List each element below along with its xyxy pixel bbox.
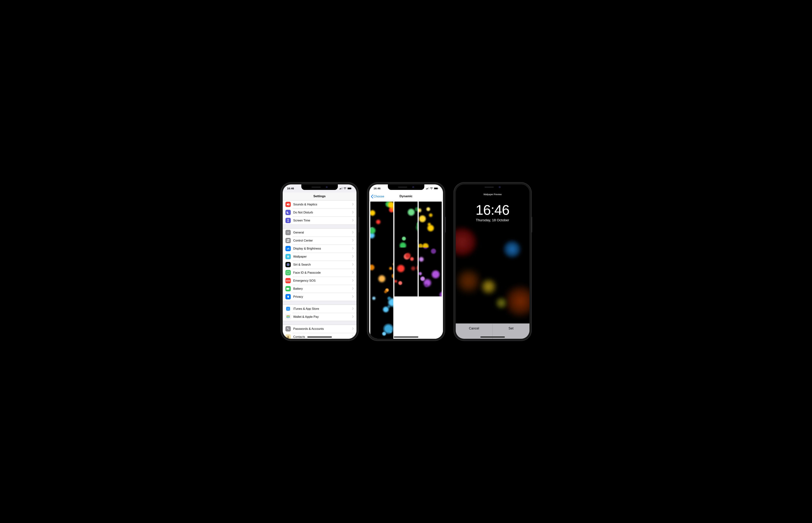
status-time: 16:46 xyxy=(374,187,381,190)
siri-icon xyxy=(285,262,291,267)
settings-list[interactable]: Sounds & HapticsDo Not DisturbScreen Tim… xyxy=(283,200,356,339)
chevron-right-icon xyxy=(352,271,354,274)
row-label: Control Center xyxy=(293,239,352,242)
svg-point-3 xyxy=(288,232,288,233)
moon-icon xyxy=(285,210,291,215)
face-icon xyxy=(285,270,291,275)
chevron-right-icon xyxy=(352,211,354,214)
chevron-right-icon xyxy=(352,231,354,234)
home-indicator[interactable] xyxy=(480,337,505,338)
row-label: Emergency SOS xyxy=(293,279,352,283)
settings-row[interactable]: Battery xyxy=(283,285,356,293)
settings-row[interactable]: iTunes & App Store xyxy=(283,305,356,313)
settings-row[interactable]: Wallpaper xyxy=(283,253,356,261)
status-right xyxy=(339,187,352,190)
phone-preview: Wallpaper Preview 16:46 Thursday, 18 Oct… xyxy=(454,182,532,341)
hand-icon xyxy=(285,294,291,299)
settings-row[interactable]: Privacy xyxy=(283,293,356,301)
cellular-icon xyxy=(426,187,429,190)
battery-icon xyxy=(285,286,291,291)
chevron-right-icon xyxy=(352,247,354,250)
settings-row[interactable]: Passwords & Accounts xyxy=(283,325,356,333)
row-label: Screen Time xyxy=(293,219,352,222)
svg-rect-18 xyxy=(286,307,290,311)
sounds-icon xyxy=(285,202,291,207)
row-label: Siri & Search xyxy=(293,263,352,266)
preview-title: Wallpaper Preview xyxy=(456,193,529,196)
svg-rect-16 xyxy=(286,288,289,290)
hourglass-icon xyxy=(285,218,291,223)
svg-point-12 xyxy=(286,263,289,266)
svg-point-14 xyxy=(287,272,288,272)
nav-title: Settings xyxy=(313,195,325,198)
settings-row[interactable]: AADisplay & Brightness xyxy=(283,245,356,253)
chevron-right-icon xyxy=(352,327,354,330)
chevron-right-icon xyxy=(352,279,354,283)
aa-icon: AA xyxy=(285,246,291,251)
wallpaper-option-purple[interactable] xyxy=(419,248,442,296)
row-label: Face ID & Passcode xyxy=(293,271,352,274)
settings-row[interactable]: Wallet & Apple Pay xyxy=(283,313,356,321)
settings-row[interactable]: Control Center xyxy=(283,237,356,245)
svg-rect-19 xyxy=(287,315,289,316)
svg-rect-26 xyxy=(434,188,438,189)
status-right xyxy=(426,187,439,190)
svg-point-15 xyxy=(288,272,289,272)
chevron-right-icon xyxy=(352,335,354,339)
chevron-right-icon xyxy=(352,219,354,222)
row-label: Do Not Disturb xyxy=(293,211,352,214)
lock-screen-clock: 16:46 Thursday, 18 October xyxy=(456,202,529,222)
settings-row[interactable]: SOSEmergency SOS xyxy=(283,277,356,285)
home-indicator[interactable] xyxy=(307,337,332,338)
wallpaper-option-multicolor[interactable] xyxy=(370,202,393,250)
wifi-icon xyxy=(430,187,433,190)
notch xyxy=(474,184,511,190)
appstore-icon xyxy=(285,306,291,311)
row-label: Privacy xyxy=(293,295,352,299)
row-label: iTunes & App Store xyxy=(293,307,352,310)
settings-row[interactable]: Sounds & Haptics xyxy=(283,200,356,209)
wallpaper-option-orange[interactable] xyxy=(370,248,393,296)
flower-icon xyxy=(285,254,291,259)
back-button[interactable]: Choose xyxy=(371,193,384,200)
chevron-right-icon xyxy=(352,263,354,266)
wallpaper-option-blue[interactable] xyxy=(370,294,393,339)
sos-icon: SOS xyxy=(285,278,291,283)
nav-bar: Choose Dynamic xyxy=(369,193,443,200)
wifi-icon xyxy=(343,187,347,190)
svg-rect-13 xyxy=(287,271,289,274)
svg-rect-2 xyxy=(352,188,352,189)
row-label: Sounds & Haptics xyxy=(293,203,352,206)
svg-point-24 xyxy=(287,336,288,337)
screen: 16:46 Settings Sounds & HapticsDo Not Di… xyxy=(283,184,356,339)
svg-rect-21 xyxy=(287,317,289,318)
chevron-right-icon xyxy=(352,287,354,290)
screen: 16:46 Choose Dynamic xyxy=(369,184,443,339)
settings-row[interactable]: Screen Time xyxy=(283,217,356,224)
wallpaper-option-yellow[interactable] xyxy=(419,202,442,250)
lock-date: Thursday, 18 October xyxy=(456,218,529,222)
cellular-icon xyxy=(339,187,342,190)
wallpaper-option-green[interactable] xyxy=(394,202,418,250)
nav-title: Dynamic xyxy=(400,195,412,198)
svg-point-7 xyxy=(288,241,289,241)
row-label: Passwords & Accounts xyxy=(293,327,352,330)
home-indicator[interactable] xyxy=(394,337,418,338)
chevron-right-icon xyxy=(352,307,354,310)
settings-row[interactable]: General xyxy=(283,229,356,237)
back-label: Choose xyxy=(374,195,384,198)
svg-point-5 xyxy=(287,239,287,240)
settings-row[interactable]: Contacts xyxy=(283,333,356,339)
gear-icon xyxy=(285,230,291,235)
chevron-right-icon xyxy=(352,295,354,299)
settings-row[interactable]: Face ID & Passcode xyxy=(283,269,356,277)
wallpaper-option-red[interactable] xyxy=(394,248,418,296)
settings-row[interactable]: Do Not Disturb xyxy=(283,209,356,217)
status-time: 16:46 xyxy=(287,187,294,190)
row-label: General xyxy=(293,231,352,234)
row-label: Battery xyxy=(293,287,352,290)
key-icon xyxy=(285,326,291,331)
settings-row[interactable]: Siri & Search xyxy=(283,261,356,269)
svg-point-8 xyxy=(288,256,288,257)
svg-rect-27 xyxy=(438,188,439,189)
